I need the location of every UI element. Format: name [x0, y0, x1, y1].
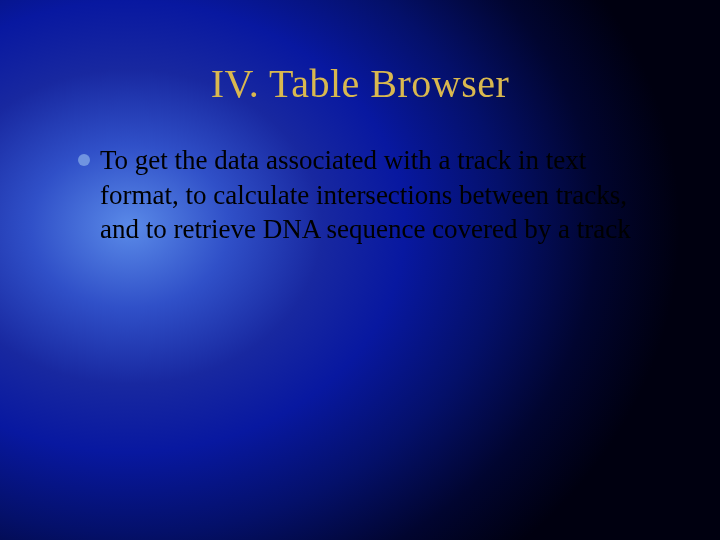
slide-content: To get the data associated with a track …: [60, 143, 660, 247]
list-item: To get the data associated with a track …: [78, 143, 640, 247]
slide-container: IV. Table Browser To get the data associ…: [0, 0, 720, 540]
bullet-icon: [78, 154, 90, 166]
bullet-text: To get the data associated with a track …: [100, 143, 640, 247]
slide-title: IV. Table Browser: [60, 60, 660, 107]
